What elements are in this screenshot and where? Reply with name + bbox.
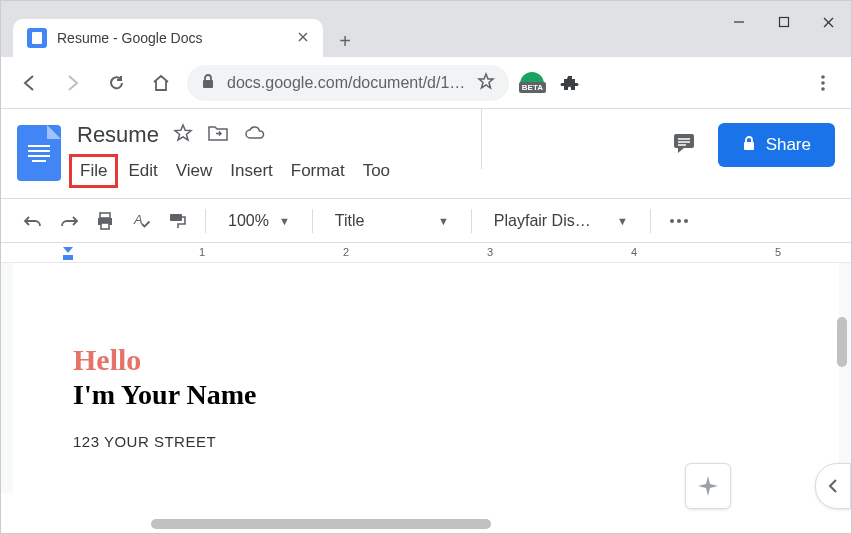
heading-hello[interactable]: Hello [73,343,779,377]
comments-icon[interactable] [670,129,698,161]
docs-favicon [27,28,47,48]
ruler-mark: 2 [343,246,349,258]
svg-rect-23 [63,255,73,260]
svg-rect-14 [744,142,754,150]
indent-marker-icon[interactable] [61,245,75,263]
menu-file[interactable]: File [69,154,118,188]
menu-format[interactable]: Format [291,161,345,181]
address-bar[interactable]: docs.google.com/document/d/1… [187,65,509,101]
print-button[interactable] [91,207,119,235]
ruler-mark: 3 [487,246,493,258]
lock-icon [201,73,215,93]
ruler-mark: 4 [631,246,637,258]
menu-bar: File Edit View Insert Format Too [77,153,390,189]
browser-tab[interactable]: Resume - Google Docs [13,19,323,57]
forward-button[interactable] [55,65,91,101]
side-panel-toggle[interactable] [815,463,851,509]
style-dropdown[interactable]: Title▼ [327,212,457,230]
window-minimize[interactable] [716,7,761,37]
extensions-icon[interactable] [555,68,585,98]
menu-view[interactable]: View [176,161,213,181]
reload-button[interactable] [99,65,135,101]
star-document-icon[interactable] [173,123,193,147]
tab-title: Resume - Google Docs [57,30,287,46]
heading-name[interactable]: I'm Your Name [73,379,779,411]
more-toolbar-icon[interactable] [665,207,693,235]
new-tab-button[interactable]: + [329,25,361,57]
share-label: Share [766,135,811,155]
svg-point-22 [684,219,688,223]
svg-point-8 [821,81,825,85]
svg-point-20 [670,219,674,223]
ruler-mark: 1 [199,246,205,258]
star-bookmark-icon[interactable] [477,72,495,94]
menu-edit[interactable]: Edit [128,161,157,181]
document-title[interactable]: Resume [77,122,159,148]
window-maximize[interactable] [761,7,806,37]
cloud-status-icon[interactable] [243,124,267,146]
spellcheck-button[interactable]: A [127,207,155,235]
browser-menu-icon[interactable] [805,65,841,101]
svg-text:A: A [133,212,143,227]
move-folder-icon[interactable] [207,123,229,147]
horizontal-scrollbar[interactable] [151,519,491,529]
address-text[interactable]: 123 YOUR STREET [73,433,779,450]
chevron-down-icon: ▼ [438,215,449,227]
share-button[interactable]: Share [718,123,835,167]
svg-point-7 [821,75,825,79]
lock-icon [742,135,756,156]
undo-button[interactable] [19,207,47,235]
menu-tools[interactable]: Too [363,161,390,181]
svg-rect-6 [203,80,213,88]
vertical-scrollbar[interactable] [837,317,847,367]
document-canvas[interactable]: Hello I'm Your Name 123 YOUR STREET [1,263,851,493]
ruler-mark: 5 [775,246,781,258]
chevron-down-icon: ▼ [617,215,628,227]
redo-button[interactable] [55,207,83,235]
beta-extension-icon[interactable]: BETA [517,68,547,98]
svg-point-21 [677,219,681,223]
menu-insert[interactable]: Insert [230,161,273,181]
svg-rect-1 [779,18,788,27]
docs-logo-icon[interactable] [17,125,61,181]
chevron-down-icon: ▼ [279,215,290,227]
home-button[interactable] [143,65,179,101]
zoom-dropdown[interactable]: 100%▼ [220,212,298,230]
window-close[interactable] [806,7,851,37]
url-text: docs.google.com/document/d/1… [227,74,465,92]
header-divider [481,109,482,169]
svg-rect-17 [101,223,109,229]
ruler[interactable]: 1 2 3 4 5 [1,243,851,263]
back-button[interactable] [11,65,47,101]
svg-point-9 [821,87,825,91]
svg-rect-15 [100,213,110,218]
explore-button[interactable] [685,463,731,509]
page[interactable]: Hello I'm Your Name 123 YOUR STREET [13,263,839,493]
font-dropdown[interactable]: Playfair Dis…▼ [486,212,636,230]
paint-format-button[interactable] [163,207,191,235]
toolbar: A 100%▼ Title▼ Playfair Dis…▼ [1,199,851,243]
close-tab-icon[interactable] [297,29,309,47]
svg-rect-10 [674,134,694,148]
svg-rect-19 [170,214,182,221]
